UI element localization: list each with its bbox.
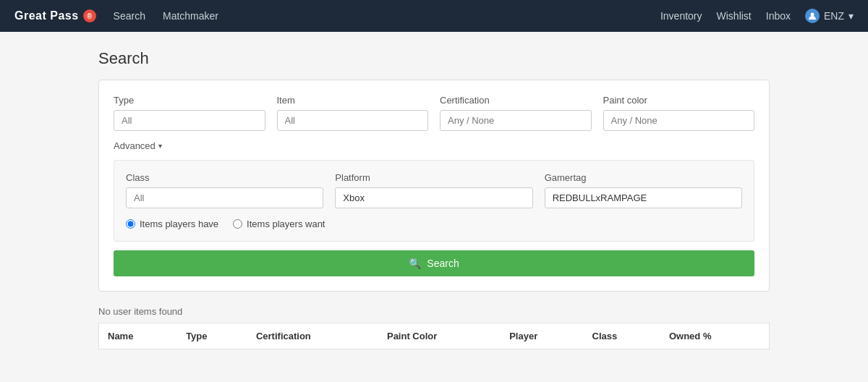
radio-have-text: Items players have bbox=[140, 218, 218, 229]
nav-search-link[interactable]: Search bbox=[114, 10, 145, 22]
user-dropdown-icon: ▾ bbox=[848, 10, 854, 22]
col-certification-header: Certification bbox=[247, 323, 378, 349]
certification-label: Certification bbox=[440, 95, 592, 106]
page-title: Search bbox=[98, 49, 770, 68]
advanced-filter-row: Class Platform Gamertag bbox=[126, 172, 742, 208]
nav-inbox-link[interactable]: Inbox bbox=[766, 10, 791, 22]
class-input[interactable] bbox=[126, 187, 323, 208]
col-type-header: Type bbox=[177, 323, 247, 349]
top-filter-row: Type Item Certification Paint color bbox=[114, 95, 754, 131]
nav-wishlist-link[interactable]: Wishlist bbox=[717, 10, 752, 22]
class-label: Class bbox=[126, 172, 323, 183]
certification-input[interactable] bbox=[440, 110, 592, 131]
certification-filter-group: Certification bbox=[440, 95, 592, 131]
no-results-message: No user items found bbox=[98, 306, 770, 317]
type-filter-group: Type bbox=[114, 95, 265, 131]
table-header: Name Type Certification Paint Color Play… bbox=[99, 323, 770, 349]
user-label: ENZ bbox=[824, 10, 844, 22]
platform-input[interactable] bbox=[335, 187, 532, 208]
gamertag-label: Gamertag bbox=[545, 172, 742, 183]
item-input[interactable] bbox=[277, 110, 429, 131]
type-label: Type bbox=[114, 95, 265, 106]
gamertag-input[interactable] bbox=[545, 187, 742, 208]
col-class-header: Class bbox=[584, 323, 660, 349]
gamertag-filter-group: Gamertag bbox=[545, 172, 742, 208]
advanced-section: Class Platform Gamertag Items players ha… bbox=[114, 160, 754, 242]
type-input[interactable] bbox=[114, 110, 265, 131]
paint-color-label: Paint color bbox=[603, 95, 755, 106]
paint-color-filter-group: Paint color bbox=[603, 95, 755, 131]
col-player-header: Player bbox=[501, 323, 583, 349]
col-paint-color-header: Paint Color bbox=[378, 323, 501, 349]
col-owned-header: Owned % bbox=[660, 323, 770, 349]
platform-label: Platform bbox=[335, 172, 532, 183]
nav-matchmaker-link[interactable]: Matchmaker bbox=[163, 10, 218, 22]
search-panel: Type Item Certification Paint color Adva… bbox=[98, 80, 770, 292]
radio-want-text: Items players want bbox=[247, 218, 325, 229]
search-button-label: Search bbox=[427, 258, 459, 269]
user-avatar bbox=[805, 9, 820, 23]
nav-inventory-link[interactable]: Inventory bbox=[660, 10, 702, 22]
radio-row: Items players have Items players want bbox=[126, 218, 742, 229]
navbar-left: Great Pass ® Search Matchmaker bbox=[14, 9, 218, 22]
brand-registered-icon: ® bbox=[83, 9, 96, 22]
user-menu[interactable]: ENZ ▾ bbox=[805, 9, 854, 23]
radio-have-label[interactable]: Items players have bbox=[126, 218, 218, 229]
paint-color-input[interactable] bbox=[603, 110, 755, 131]
item-filter-group: Item bbox=[277, 95, 429, 131]
brand: Great Pass ® bbox=[14, 9, 96, 22]
col-name-header: Name bbox=[99, 323, 178, 349]
table-header-row: Name Type Certification Paint Color Play… bbox=[99, 323, 770, 349]
results-table: Name Type Certification Paint Color Play… bbox=[98, 323, 770, 349]
class-filter-group: Class bbox=[126, 172, 323, 208]
search-button-icon: 🔍 bbox=[409, 258, 421, 269]
item-label: Item bbox=[277, 95, 429, 106]
search-button[interactable]: 🔍 Search bbox=[114, 250, 754, 276]
platform-filter-group: Platform bbox=[335, 172, 532, 208]
radio-want[interactable] bbox=[233, 219, 242, 229]
svg-point-0 bbox=[811, 13, 814, 17]
main-content: Search Type Item Certification Paint col… bbox=[87, 32, 781, 367]
brand-name: Great Pass bbox=[14, 9, 79, 22]
navbar: Great Pass ® Search Matchmaker Inventory… bbox=[0, 0, 868, 32]
radio-have[interactable] bbox=[126, 219, 135, 229]
radio-want-label[interactable]: Items players want bbox=[233, 218, 325, 229]
advanced-chevron-icon: ▾ bbox=[158, 142, 162, 150]
advanced-toggle[interactable]: Advanced ▾ bbox=[114, 140, 162, 151]
navbar-right: Inventory Wishlist Inbox ENZ ▾ bbox=[660, 9, 854, 23]
advanced-label: Advanced bbox=[114, 140, 156, 151]
